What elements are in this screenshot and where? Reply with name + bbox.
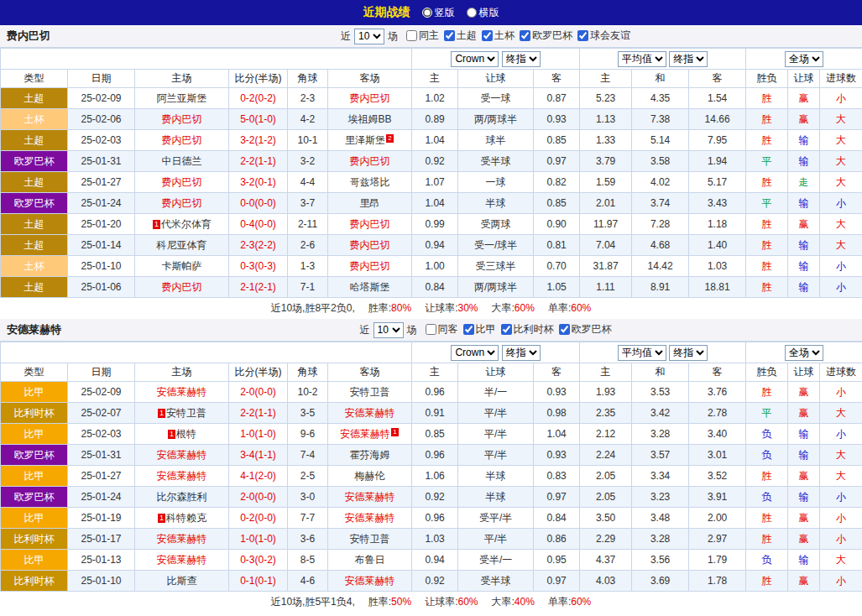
handicap-cell: 平/半	[458, 529, 534, 550]
filter-checkbox[interactable]	[520, 30, 530, 41]
away-team-link[interactable]: 费内巴切	[350, 239, 390, 251]
home-team-link[interactable]: 费内巴切	[162, 197, 202, 209]
home-team-link[interactable]: 科特赖克	[166, 512, 206, 524]
home-odds-cell: 1.06	[412, 466, 458, 487]
home-team-link[interactable]: 比尔森胜利	[157, 491, 207, 503]
away-team-link[interactable]: 梅赫伦	[355, 470, 385, 482]
filter-球会友谊[interactable]: 球会友谊	[577, 29, 630, 43]
filter-同客[interactable]: 同客	[426, 322, 458, 337]
filter-checkbox[interactable]	[559, 324, 570, 335]
away-team-link[interactable]: 哥兹塔比	[350, 176, 390, 188]
home-team-link[interactable]: 比斯查	[167, 575, 197, 587]
home-odds-cell: 1.02	[412, 88, 458, 109]
odds-source-select[interactable]: Crown	[451, 51, 499, 67]
layout-horizontal-option[interactable]: 横版	[467, 6, 499, 20]
filter-比利时杯[interactable]: 比利时杯	[501, 322, 554, 337]
filter-checkbox[interactable]	[501, 324, 512, 335]
avg-odds-header: 平均值 终指	[580, 342, 746, 363]
away-team-cell: 费内巴切	[328, 214, 412, 235]
away-team-link[interactable]: 埃祖姆BB	[348, 113, 392, 125]
filter-checkbox[interactable]	[426, 324, 436, 335]
home-team-link[interactable]: 阿兰亚斯堡	[157, 92, 207, 104]
home-team-link[interactable]: 费内巴切	[162, 281, 202, 293]
home-team-link[interactable]: 费内巴切	[162, 113, 202, 125]
filter-土杯[interactable]: 土杯	[482, 29, 515, 43]
away-team-link[interactable]: 安德莱赫特	[345, 491, 395, 503]
avg-draw-cell: 7.38	[632, 109, 689, 130]
avg-source-select[interactable]: 平均值	[618, 345, 666, 361]
away-team-link[interactable]: 安德莱赫特	[340, 428, 390, 440]
away-team-link[interactable]: 安德莱赫特	[345, 575, 395, 587]
filter-checkbox[interactable]	[482, 30, 493, 41]
away-team-link[interactable]: 安特卫普	[350, 386, 390, 398]
filter-checkbox[interactable]	[406, 30, 417, 41]
home-team-link[interactable]: 安德莱赫特	[157, 449, 207, 461]
away-team-link[interactable]: 安德莱赫特	[345, 512, 395, 524]
scope-select[interactable]: 全场	[785, 51, 823, 67]
red-card-badge: 2	[386, 134, 394, 143]
home-team-link[interactable]: 代米尔体育	[161, 218, 212, 230]
away-team-link[interactable]: 安特卫普	[350, 533, 390, 545]
home-odds-cell: 0.84	[412, 277, 458, 298]
filter-同主[interactable]: 同主	[406, 29, 439, 43]
away-team-link[interactable]: 哈塔斯堡	[350, 281, 390, 293]
filter-欧罗巴杯[interactable]: 欧罗巴杯	[520, 29, 572, 43]
home-team-link[interactable]: 中日德兰	[162, 155, 202, 167]
match-count-select[interactable]: 10	[354, 29, 384, 44]
filter-比甲[interactable]: 比甲	[463, 322, 496, 337]
away-team-link[interactable]: 布鲁日	[355, 554, 385, 566]
odds-stage-select[interactable]: 终指	[502, 51, 541, 67]
home-team-link[interactable]: 安德莱赫特	[157, 470, 207, 482]
away-team-cell: 费内巴切	[328, 88, 412, 109]
away-team-link[interactable]: 安德莱赫特	[345, 407, 395, 419]
away-team-link[interactable]: 里泽斯堡	[345, 134, 385, 146]
away-team-link[interactable]: 费内巴切	[350, 260, 390, 272]
away-team-link[interactable]: 霍芬海姆	[350, 449, 390, 461]
filter-checkbox[interactable]	[463, 324, 474, 335]
away-team-link[interactable]: 里昂	[360, 197, 380, 209]
vertical-radio[interactable]	[422, 8, 432, 18]
away-odds-cell: 0.97	[534, 151, 580, 172]
avg-source-select[interactable]: 平均值	[618, 51, 666, 67]
home-team-link[interactable]: 科尼亚体育	[157, 239, 207, 251]
home-team-link[interactable]: 卡斯帕萨	[162, 260, 202, 272]
away-team-link[interactable]: 费内巴切	[350, 155, 390, 167]
avg-stage-select[interactable]: 终指	[669, 345, 708, 361]
filter-欧罗巴杯[interactable]: 欧罗巴杯	[559, 322, 612, 337]
odds-stage-select[interactable]: 终指	[502, 345, 541, 361]
summary-stat: 让球率:60%	[425, 596, 478, 608]
score-cell: 0-3(0-2)	[229, 550, 288, 571]
home-team-link[interactable]: 费内巴切	[162, 134, 202, 146]
corner-cell: 1-3	[288, 256, 328, 277]
filter-土超[interactable]: 土超	[444, 29, 477, 43]
home-team-link[interactable]: 安德莱赫特	[157, 386, 207, 398]
home-team-link[interactable]: 根特	[176, 428, 196, 440]
games-label: 场	[407, 323, 417, 337]
avg-home-cell: 1.93	[580, 382, 632, 403]
result-wdl-cell: 胜	[746, 214, 788, 235]
score-cell: 5-0(1-0)	[229, 109, 288, 130]
avg-home-cell: 2.12	[580, 424, 632, 445]
avg-stage-select[interactable]: 终指	[669, 51, 708, 67]
filter-checkbox[interactable]	[444, 30, 455, 41]
result-handicap-cell: 赢	[788, 109, 820, 130]
corner-cell: 7-7	[288, 508, 328, 529]
filter-checkbox[interactable]	[577, 30, 588, 41]
layout-vertical-option[interactable]: 竖版	[422, 6, 455, 20]
away-team-link[interactable]: 费内巴切	[350, 92, 390, 104]
home-team-link[interactable]: 费内巴切	[162, 176, 202, 188]
horizontal-radio[interactable]	[467, 8, 477, 18]
sub-avg-draw: 和	[632, 70, 689, 88]
home-team-link[interactable]: 安德莱赫特	[157, 533, 207, 545]
match-date: 25-01-31	[68, 445, 135, 466]
away-team-link[interactable]: 费内巴切	[350, 218, 390, 230]
score-cell: 2-1(2-1)	[229, 277, 288, 298]
home-team-link[interactable]: 安特卫普	[166, 407, 206, 419]
scope-select[interactable]: 全场	[785, 345, 823, 361]
match-count-select[interactable]: 10	[374, 322, 404, 338]
match-date: 25-01-13	[68, 550, 135, 571]
avg-away-cell: 2.00	[689, 508, 746, 529]
home-team-link[interactable]: 安德莱赫特	[157, 554, 207, 566]
odds-source-select[interactable]: Crown	[451, 345, 499, 361]
home-team-cell: 1科特赖克	[135, 508, 229, 529]
